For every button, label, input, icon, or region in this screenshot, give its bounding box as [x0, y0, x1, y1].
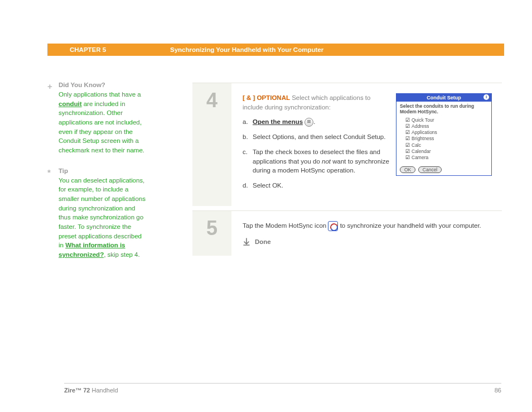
step-number-cell: 4 — [192, 83, 231, 206]
sub-b-body: Select Options, and then select Conduit … — [253, 132, 390, 142]
asterisk-icon: * — [47, 167, 51, 177]
step-5-content: Tap the Modem HotSync icon to synchroniz… — [231, 211, 502, 256]
check-address[interactable]: Address — [405, 123, 488, 130]
palm-buttons: OK Cancel — [396, 166, 491, 175]
palm-dialog-body: Select the conduits to run during Modem … — [396, 102, 491, 164]
conduit-link[interactable]: conduit — [59, 100, 82, 107]
palm-checklist: Quick Tour Address Applications Brightne… — [400, 117, 488, 161]
chapter-title: Synchronizing Your Handheld with Your Co… — [170, 46, 323, 53]
done-row: Done — [243, 238, 492, 246]
step-5-pre: Tap the Modem HotSync icon — [243, 222, 328, 229]
palm-dialog: Conduit Setup i Select the conduits to r… — [396, 93, 492, 176]
step-5-post: to synchronize your handheld with your c… — [340, 222, 481, 229]
menu-icon — [304, 118, 313, 127]
check-calc[interactable]: Calc — [405, 142, 488, 148]
sub-c: c. Tap the check boxes to deselect the f… — [243, 147, 390, 175]
tip-text-pre: You can deselect applications, for examp… — [59, 177, 146, 249]
tip-body: You can deselect applications, for examp… — [59, 176, 148, 260]
product-rest: Handheld — [90, 387, 118, 394]
did-you-know-title: Did You Know? — [59, 82, 148, 88]
steps-panel: 4 [ & ] OPTIONAL Select which applicatio… — [192, 83, 502, 260]
dyk-text-post: are included in synchronization. Other a… — [59, 100, 144, 154]
chapter-header: CHAPTER 5 Synchronizing Your Handheld wi… — [47, 44, 504, 56]
palm-message: Select the conduits to run during Modem … — [400, 104, 488, 115]
step-5-text: Tap the Modem HotSync icon to synchroniz… — [243, 221, 492, 231]
sub-c-not: not — [322, 158, 331, 165]
done-label: Done — [255, 238, 271, 245]
hotsync-icon — [328, 221, 338, 231]
sub-b: b. Select Options, and then select Condu… — [243, 132, 390, 142]
tip-text-post: , skip step 4. — [104, 251, 140, 258]
tip-title: Tip — [59, 167, 148, 174]
sub-a-letter: a. — [243, 117, 253, 127]
step-4-text: [ & ] OPTIONAL Select which applications… — [243, 93, 390, 196]
step-4-content: [ & ] OPTIONAL Select which applications… — [231, 83, 502, 206]
step-number-cell: 5 — [192, 211, 231, 256]
step-4-sublist: a. Open the menus . b. Select Options, a… — [243, 117, 390, 190]
info-icon: i — [483, 94, 489, 100]
conduit-setup-screenshot: Conduit Setup i Select the conduits to r… — [396, 93, 492, 196]
dyk-text-pre: Only applications that have a — [59, 91, 141, 98]
done-arrow-icon — [243, 238, 250, 246]
tip-block: * Tip You can deselect applications, for… — [59, 167, 148, 260]
step-number: 5 — [192, 217, 231, 240]
check-camera[interactable]: Camera — [405, 155, 488, 161]
sidebar: + Did You Know? Only applications that h… — [59, 82, 148, 272]
sub-c-letter: c. — [243, 147, 253, 175]
optional-tag: [ & ] OPTIONAL — [243, 94, 290, 101]
did-you-know-body: Only applications that have a conduit ar… — [59, 90, 148, 155]
page-number: 86 — [495, 387, 501, 394]
check-quick-tour[interactable]: Quick Tour — [405, 117, 488, 123]
sub-a: a. Open the menus . — [243, 117, 390, 127]
sub-c-body: Tap the check boxes to deselect the file… — [253, 147, 390, 175]
check-applications[interactable]: Applications — [405, 130, 488, 136]
step-4: 4 [ & ] OPTIONAL Select which applicatio… — [192, 83, 502, 206]
sub-d-letter: d. — [243, 181, 253, 190]
page-footer: Zire™ 72 Handheld 86 — [64, 383, 501, 394]
sub-d-body: Select OK. — [253, 181, 390, 190]
product-bold: Zire™ 72 — [64, 387, 90, 394]
palm-title-text: Conduit Setup — [427, 95, 461, 100]
sub-b-letter: b. — [243, 132, 253, 142]
sub-d: d. Select OK. — [243, 181, 390, 190]
product-name: Zire™ 72 Handheld — [64, 387, 118, 394]
chapter-label: CHAPTER 5 — [70, 46, 170, 53]
step-5: 5 Tap the Modem HotSync icon to synchron… — [192, 210, 502, 256]
sub-a-body: Open the menus . — [253, 117, 390, 127]
check-calendar[interactable]: Calendar — [405, 148, 488, 155]
check-brightness[interactable]: Brightness — [405, 136, 488, 142]
palm-cancel-button[interactable]: Cancel — [418, 166, 442, 173]
open-menus-link[interactable]: Open the menus — [253, 118, 303, 125]
step-number: 4 — [192, 89, 231, 112]
did-you-know-block: + Did You Know? Only applications that h… — [59, 82, 148, 155]
sub-a-post: . — [313, 118, 315, 125]
palm-dialog-title: Conduit Setup i — [396, 94, 491, 102]
palm-ok-button[interactable]: OK — [400, 166, 415, 173]
plus-icon: + — [47, 82, 52, 91]
